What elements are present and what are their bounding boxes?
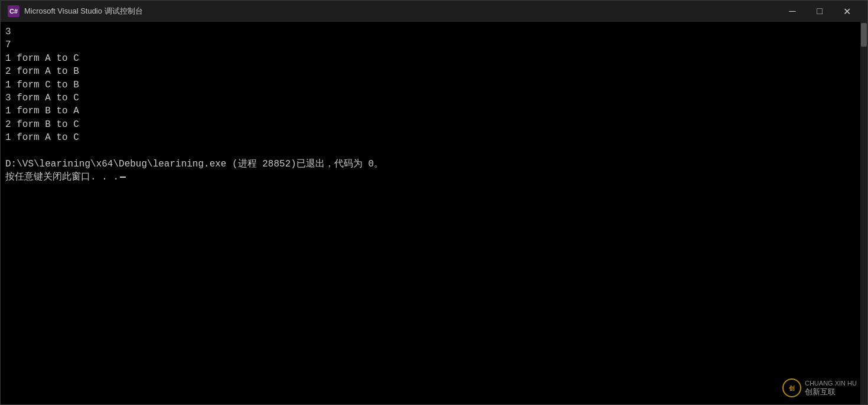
close-button[interactable]: ✕ <box>833 1 860 22</box>
console-line: 3 form A to C <box>5 92 863 104</box>
cursor <box>120 177 126 178</box>
titlebar-left: C# Microsoft Visual Studio 调试控制台 <box>8 5 143 17</box>
scrollbar-thumb[interactable] <box>861 23 867 47</box>
console-line: 1 form B to A <box>5 104 863 117</box>
window-title: Microsoft Visual Studio 调试控制台 <box>24 6 143 17</box>
svg-text:创: 创 <box>788 385 795 391</box>
console-line: D:\VS\learining\x64\Debug\learining.exe … <box>5 158 863 171</box>
titlebar: C# Microsoft Visual Studio 调试控制台 ─ □ ✕ <box>1 1 867 22</box>
console-line: 1 form A to C <box>5 52 863 65</box>
watermark-icon: 创 <box>782 378 801 397</box>
window-controls: ─ □ ✕ <box>779 1 860 22</box>
watermark-text: CHUANG XIN HU 创新互联 <box>805 380 857 397</box>
console-line <box>5 145 863 158</box>
minimize-button[interactable]: ─ <box>779 1 806 22</box>
console-line: 3 <box>5 25 863 38</box>
console-line: 按任意键关闭此窗口. . . <box>5 171 863 184</box>
console-line: 2 form A to B <box>5 65 863 78</box>
console-output-area[interactable]: 371 form A to C2 form A to B1 form C to … <box>1 22 867 404</box>
console-line: 1 form C to B <box>5 79 863 92</box>
vs-debug-console-window: C# Microsoft Visual Studio 调试控制台 ─ □ ✕ 3… <box>0 0 868 405</box>
watermark: 创 CHUANG XIN HU 创新互联 <box>782 378 857 397</box>
console-line: 1 form A to C <box>5 131 863 144</box>
vs-logo-icon: C# <box>8 5 19 17</box>
maximize-button[interactable]: □ <box>806 1 833 22</box>
console-line: 7 <box>5 38 863 51</box>
console-line: 2 form B to C <box>5 118 863 131</box>
scrollbar[interactable] <box>860 22 867 404</box>
console-lines: 371 form A to C2 form A to B1 form C to … <box>5 25 863 184</box>
